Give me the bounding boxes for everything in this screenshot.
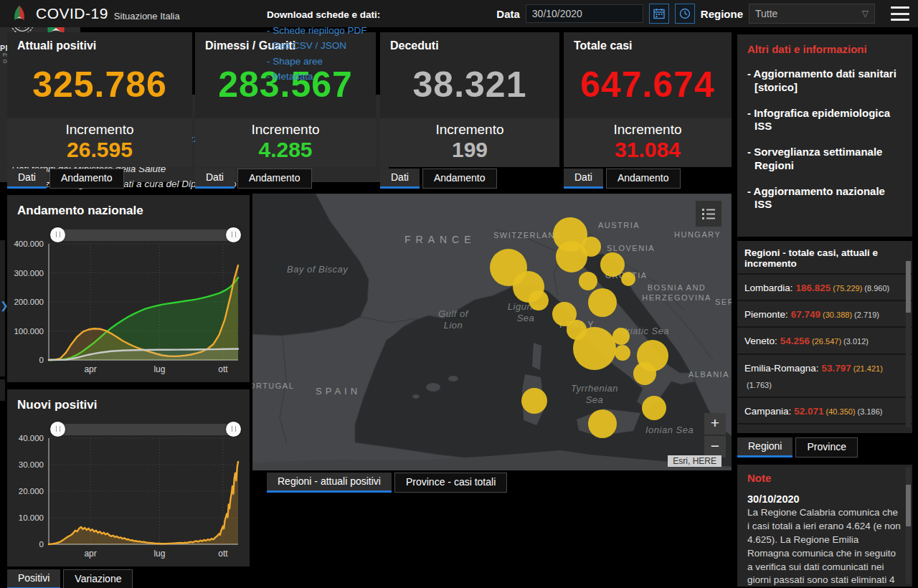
tab-regioni-attuali-positivi[interactable]: Regioni - attuali positivi	[267, 473, 392, 493]
layer-list-button[interactable]	[696, 201, 721, 227]
download-link-shape[interactable]: - Shape aree	[267, 54, 387, 70]
time-range-slider[interactable]	[53, 229, 238, 241]
downloads-section: Download schede e dati: - Schede riepilo…	[267, 7, 387, 85]
menu-button[interactable]	[891, 6, 909, 21]
card-value: 38.321	[380, 64, 559, 105]
tab-dati[interactable]: Dati	[380, 169, 420, 189]
time-button[interactable]	[675, 4, 695, 24]
svg-text:lug: lug	[153, 549, 165, 559]
region-bubble[interactable]	[581, 237, 601, 257]
svg-text:apr: apr	[84, 364, 96, 374]
link-infografica-iss[interactable]: - Infografica epidemiologica ISS	[747, 107, 902, 134]
card-attuali-positivi: Attuali positivi 325.786 Incremento 26.5…	[7, 32, 192, 189]
zoom-in-button[interactable]: +	[704, 413, 726, 435]
tab-andamento[interactable]: Andamento	[422, 169, 497, 189]
region-total: 67.749	[791, 309, 820, 320]
info-panel-title: Altri dati e informazioni	[747, 43, 902, 55]
scrollbar-thumb[interactable]	[906, 485, 911, 526]
region-total: 54.256	[780, 336, 810, 346]
tab-andamento[interactable]: Andamento	[49, 169, 124, 189]
region-bubble[interactable]	[621, 272, 635, 286]
region-name: Veneto:	[744, 336, 777, 346]
expand-panel-chevron-icon[interactable]: ❯	[0, 300, 9, 311]
increment-label: Incremento	[380, 122, 559, 138]
region-current: (40.350)	[826, 407, 856, 416]
region-current: (75.229)	[833, 284, 862, 293]
card-value: 647.674	[564, 64, 732, 105]
card-title: Totale casi	[564, 32, 732, 52]
top-bar: COVID-19 Situazione Italia Data Regione …	[0, 0, 918, 27]
region-row-emilia-romagna: Emilia-Romagna:53.797(21.421)(1.763)	[737, 354, 912, 397]
slider-handle-right[interactable]	[226, 227, 241, 242]
map-attribution[interactable]: Esri, HERE	[668, 455, 721, 467]
svg-text:20.000: 20.000	[19, 487, 44, 495]
tab-dati[interactable]: Dati	[564, 169, 603, 189]
region-bubble[interactable]	[633, 362, 656, 385]
scrollbar-track[interactable]	[906, 261, 911, 427]
note-date: 30/10/2020	[747, 493, 902, 505]
slider-handle-left[interactable]	[50, 227, 65, 242]
region-current: (26.547)	[812, 337, 841, 346]
link-aggiornamento-dati-sanitari[interactable]: - Aggiornamento dati sanitari [storico]	[747, 67, 902, 95]
region-bubble[interactable]	[588, 409, 617, 438]
region-name: Emilia-Romagna:	[744, 363, 819, 374]
link-aggiornamento-nazionale-iss[interactable]: - Aggiornamento nazionale ISS	[747, 185, 902, 212]
region-bubble[interactable]	[642, 396, 666, 420]
scrollbar-track[interactable]	[906, 468, 911, 584]
svg-text:apr: apr	[84, 549, 96, 559]
increment-label: Incremento	[7, 122, 192, 138]
download-link-csv-json[interactable]: - Dati CSV / JSON	[267, 38, 387, 54]
nuovi-positivi-chart: 010.00020.00030.00040.000aprlugott	[9, 430, 248, 563]
card-deceduti: Deceduti 38.321 Incremento 199 Dati Anda…	[380, 32, 559, 189]
italy-map[interactable]: FRANCESWITZERLANDAUSTRIAHUNGARYSLOVENIAC…	[252, 194, 732, 470]
card-title: Attuali positivi	[7, 32, 192, 52]
tab-variazione[interactable]: Variazione	[63, 569, 133, 588]
region-row-lazio: Lazio:44.133(31.747)(2.246)	[737, 423, 912, 433]
svg-text:10.000: 10.000	[19, 513, 44, 522]
svg-text:30.000: 30.000	[19, 460, 44, 469]
panel-title: Andamento nazionale	[7, 195, 250, 218]
region-bubble[interactable]	[615, 345, 630, 361]
tab-province-casi-totali[interactable]: Province - casi totali	[394, 473, 507, 493]
download-link-metadata[interactable]: - Metadata	[267, 69, 387, 85]
region-select[interactable]: Tutte ▽	[749, 4, 875, 24]
svg-text:ott: ott	[218, 364, 228, 374]
region-bubble[interactable]	[529, 290, 549, 310]
map-zoom-controls: + −	[704, 413, 726, 457]
region-name: Lombardia:	[744, 283, 793, 293]
scrollbar-thumb[interactable]	[906, 261, 911, 313]
time-range-slider[interactable]	[53, 424, 238, 435]
tab-province[interactable]: Province	[795, 437, 857, 457]
region-bubble[interactable]	[573, 327, 616, 370]
tab-dati[interactable]: Dati	[195, 169, 235, 189]
tab-positivi[interactable]: Positivi	[7, 569, 60, 588]
svg-text:200.000: 200.000	[14, 298, 44, 306]
tab-dati[interactable]: Dati	[7, 169, 47, 189]
tab-andamento[interactable]: Andamento	[237, 169, 312, 189]
svg-text:400.000: 400.000	[14, 240, 44, 248]
zoom-out-button[interactable]: −	[704, 436, 726, 457]
slider-handle-right[interactable]	[226, 422, 241, 437]
protezione-civile-logo-icon	[10, 4, 29, 23]
calendar-button[interactable]	[649, 4, 669, 24]
tab-regioni[interactable]: Regioni	[737, 437, 792, 457]
region-increment: (2.719)	[854, 310, 879, 319]
date-input[interactable]	[526, 4, 643, 23]
andamento-nazionale-panel: Andamento nazionale 0100.000200.000300.0…	[7, 195, 250, 382]
svg-text:300.000: 300.000	[14, 269, 44, 278]
tab-andamento[interactable]: Andamento	[606, 169, 681, 189]
region-bubble[interactable]	[521, 388, 547, 414]
note-panel: Note 30/10/2020 La Regione Calabria comu…	[737, 465, 912, 587]
app-title: COVID-19	[36, 5, 108, 22]
link-sorveglianza-regioni[interactable]: - Sorveglianza settimanale Regioni	[747, 146, 902, 173]
increment-value: 31.084	[564, 138, 732, 161]
calendar-icon	[653, 8, 665, 19]
region-bubble[interactable]	[579, 272, 597, 290]
svg-text:lug: lug	[153, 364, 165, 374]
region-bubble[interactable]	[588, 288, 617, 317]
region-total: 53.797	[822, 363, 851, 374]
info-panel: Altri dati e informazioni - Aggiornament…	[737, 34, 912, 237]
region-bubble[interactable]	[600, 252, 625, 277]
slider-handle-left[interactable]	[50, 422, 65, 437]
download-link-pdf[interactable]: - Schede riepilogo PDF	[267, 23, 387, 39]
